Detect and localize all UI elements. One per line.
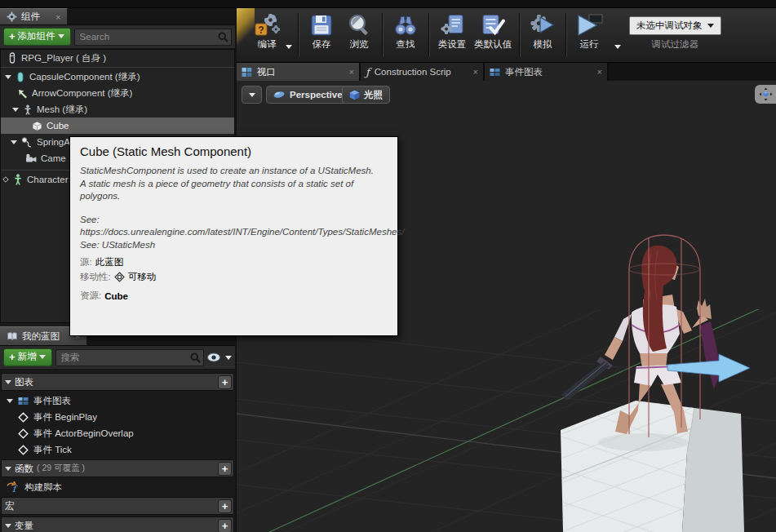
perspective-label: Perspective — [290, 90, 343, 100]
my-blueprint-panel: 我的蓝图 × + 新增 — [0, 326, 235, 532]
add-function-button[interactable]: + — [218, 462, 232, 476]
my-blueprint-list: 图表 + 事件图表 事件 BeginPlay — [0, 370, 235, 532]
functions-section-header[interactable]: 函数 ( 29 可覆盖 ) + — [1, 459, 234, 477]
add-variable-button[interactable]: + — [218, 519, 232, 532]
tree-row-capsule-component[interactable]: CapsuleComponent (继承) — [1, 69, 234, 85]
divider — [1, 67, 234, 68]
save-button[interactable]: 保存 — [303, 11, 340, 52]
play-icon — [575, 13, 603, 38]
tree-row-label: CapsuleComponent (继承) — [29, 71, 140, 83]
expander-icon[interactable] — [5, 524, 11, 528]
close-icon[interactable]: × — [473, 67, 478, 77]
compile-options-chevron-icon[interactable] — [286, 45, 292, 49]
variables-section-header[interactable]: 变量 + — [1, 516, 234, 532]
functions-hint: ( 29 可覆盖 ) — [37, 463, 85, 474]
static-mesh-icon — [32, 121, 42, 131]
tab-components[interactable]: 组件 × — [0, 8, 68, 24]
expander-icon[interactable] — [5, 467, 11, 471]
component-tooltip: Cube (Static Mesh Component) StaticMeshC… — [69, 136, 398, 336]
viewport-options-button[interactable] — [242, 86, 262, 104]
my-blueprint-search-input[interactable] — [55, 349, 204, 366]
expander-icon[interactable] — [7, 399, 13, 403]
add-graph-button[interactable]: + — [218, 375, 232, 389]
lit-mode-label: 光照 — [364, 89, 383, 101]
tooltip-source-value: 此蓝图 — [95, 256, 124, 268]
skeletal-mesh-icon — [23, 104, 33, 115]
expander-icon[interactable] — [5, 75, 11, 79]
event-label: 事件 Tick — [33, 444, 72, 456]
expander-icon[interactable] — [12, 108, 19, 112]
event-beginplay-item[interactable]: 事件 BeginPlay — [0, 409, 235, 425]
close-icon[interactable]: × — [349, 67, 354, 77]
play-button[interactable]: 运行 — [570, 11, 608, 52]
components-search — [74, 29, 232, 46]
add-component-button[interactable]: + 添加组件 — [3, 28, 71, 46]
tree-row-label: Came — [41, 153, 66, 163]
chevron-down-icon[interactable] — [225, 356, 232, 360]
class-settings-icon — [440, 13, 464, 38]
play-label: 运行 — [580, 38, 599, 51]
tooltip-asset-label: 资源: — [80, 290, 101, 302]
macros-section-header[interactable]: 宏 + — [1, 497, 234, 515]
visibility-eye-icon[interactable] — [207, 352, 222, 362]
event-graph-item[interactable]: 事件图表 — [0, 392, 235, 409]
play-options-chevron-icon[interactable] — [614, 45, 621, 49]
tree-row-rpg-player[interactable]: RPG_Player ( 自身 ) — [1, 50, 234, 66]
debug-object-dropdown[interactable]: 未选中调试对象 — [629, 16, 721, 35]
event-tick-item[interactable]: 事件 Tick — [0, 441, 235, 458]
tab-event-graph[interactable]: 事件图表 × — [485, 63, 609, 81]
event-graph-label: 事件图表 — [33, 395, 71, 407]
tree-row-mesh[interactable]: Mesh (继承) — [1, 101, 234, 117]
tab-construction-script-label: Construction Scrip — [375, 67, 451, 77]
svg-text:f: f — [12, 484, 18, 493]
browse-button[interactable]: 浏览 — [340, 11, 378, 52]
tree-row-label: Mesh (继承) — [37, 104, 87, 116]
camera-icon — [25, 153, 37, 163]
expander-icon[interactable] — [5, 380, 11, 384]
tree-row-arrow-component[interactable]: ArrowComponent (继承) — [1, 85, 234, 101]
expander-icon[interactable] — [11, 140, 17, 144]
search-icon — [218, 32, 228, 42]
pawn-icon — [7, 52, 17, 64]
find-button[interactable]: 查找 — [387, 11, 424, 52]
divider — [382, 13, 383, 57]
tree-row-label: RPG_Player ( 自身 ) — [21, 52, 106, 64]
maximize-viewport-button[interactable] — [755, 85, 776, 104]
plus-icon: + — [9, 352, 16, 362]
add-new-button[interactable]: + 新增 — [3, 348, 52, 366]
diamond-indicator-icon — [2, 176, 9, 183]
tooltip-description-1: StaticMeshComponent is used to create an… — [80, 165, 388, 178]
chevron-down-icon — [58, 34, 64, 38]
divider — [298, 13, 299, 57]
save-label: 保存 — [313, 38, 331, 51]
add-macro-button[interactable]: + — [218, 499, 232, 513]
tooltip-see-class: See: UStaticMesh — [80, 239, 388, 252]
lit-mode-button[interactable]: 光照 — [342, 86, 390, 104]
tree-row-label: Cube — [47, 121, 69, 131]
tooltip-asset-value: Cube — [104, 291, 128, 301]
perspective-button[interactable]: Perspective — [266, 86, 350, 104]
construction-script-item[interactable]: f 构建脚本 — [0, 479, 235, 495]
tab-viewport[interactable]: 视口 × — [237, 63, 361, 81]
debug-filter-label: 调试过滤器 — [652, 38, 699, 51]
simulate-button[interactable]: 模拟 — [524, 11, 561, 52]
chevron-down-icon — [707, 24, 714, 28]
viewport-icon — [242, 67, 252, 78]
components-tabstrip: 组件 × — [0, 8, 235, 25]
event-actorbeginoverlap-item[interactable]: 事件 ActorBeginOverlap — [0, 425, 235, 441]
save-floppy-icon — [309, 13, 334, 38]
debug-filter-group: 未选中调试对象 调试过滤器 — [629, 11, 721, 51]
close-icon[interactable]: × — [597, 67, 602, 77]
close-icon[interactable]: × — [55, 12, 60, 22]
arrow-icon — [17, 88, 28, 99]
graphs-section-header[interactable]: 图表 + — [1, 373, 234, 391]
class-settings-button[interactable]: 类设置 — [433, 11, 471, 52]
blueprint-editor-window: 组件 × + 添加组件 — [0, 0, 776, 532]
tab-event-graph-label: 事件图表 — [505, 66, 543, 78]
maximize-icon — [759, 87, 773, 101]
tree-row-cube[interactable]: Cube — [1, 117, 234, 134]
compile-icon: ? — [254, 13, 280, 38]
class-defaults-button[interactable]: 类默认值 — [471, 11, 515, 52]
components-search-input[interactable] — [74, 29, 232, 46]
tab-construction-script[interactable]: ƒ Construction Scrip × — [361, 63, 485, 81]
